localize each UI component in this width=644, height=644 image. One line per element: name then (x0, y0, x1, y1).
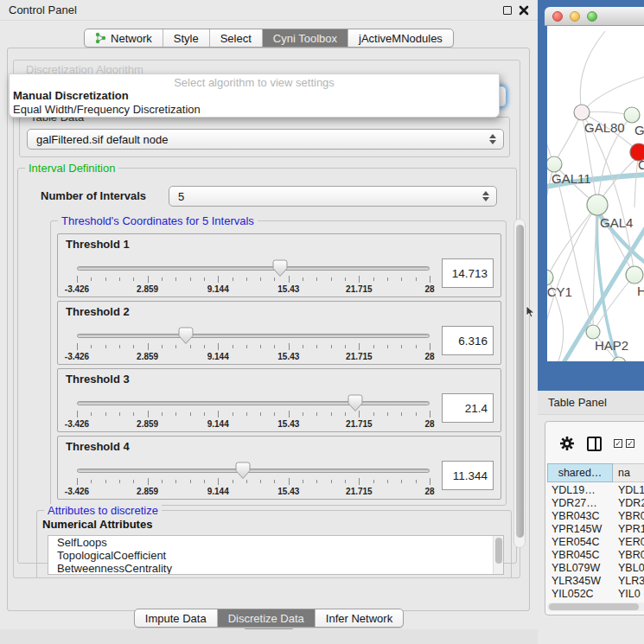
table-row[interactable]: YBR043CYBR0 (547, 510, 644, 523)
cell-name[interactable]: YBR0 (613, 510, 644, 523)
number-of-intervals-label: Number of Intervals (41, 189, 146, 202)
tab-label: Style (174, 32, 199, 45)
threshold-value-field[interactable]: 11.344 (442, 461, 494, 490)
cell-shared-name[interactable]: YBR043C (547, 510, 613, 523)
cell-name[interactable]: YBR0 (613, 549, 644, 562)
tab-label: Network (111, 32, 152, 45)
slider-track[interactable] (77, 334, 430, 338)
cell-shared-name[interactable]: YER054C (547, 536, 613, 549)
numerical-attributes-label: Numerical Attributes (42, 518, 152, 531)
table-rows: YDL19…YDL1YDR27…YDR2YBR043CYBR0YPR145WYP… (547, 484, 644, 601)
tab-discretize-data[interactable]: Discretize Data (217, 609, 315, 627)
table-row[interactable]: YLR345WYLR3 (547, 575, 644, 588)
slider-ticks (77, 411, 430, 418)
cell-name[interactable]: YBL0 (613, 562, 644, 575)
table-row[interactable]: YBL079WYBL0 (547, 562, 644, 575)
node-gal11 (547, 156, 562, 172)
cell-shared-name[interactable]: YLR345W (547, 575, 613, 588)
slider-thumb[interactable] (348, 394, 363, 412)
attribute-list-item[interactable]: SelfLoops (48, 536, 503, 549)
cell-name[interactable]: YIL0 (613, 588, 644, 601)
attribute-list-item[interactable]: TopologicalCoefficient (48, 549, 503, 562)
attributes-group: Attributes to discretize Numerical Attri… (36, 510, 512, 578)
cell-shared-name[interactable]: YBL079W (547, 562, 613, 575)
slider-scale-labels: -3.4262.8599.14415.4321.71528 (77, 487, 430, 497)
table-data-combobox[interactable]: galFiltered.sif default node (27, 129, 504, 150)
table-panel-title: Table Panel (548, 396, 607, 409)
minimize-traffic-light[interactable] (570, 11, 580, 22)
threshold-slider[interactable]: -3.4262.8599.14415.4321.71528 (77, 326, 430, 366)
dropdown-option-equal-width-frequency[interactable]: Equal Width/Frequency Discretization (13, 103, 201, 116)
table-row[interactable]: YBR045CYBR0 (547, 549, 644, 562)
thresholds-group: Threshold's Coordinates for 5 Intervals … (50, 220, 507, 506)
cell-name[interactable]: YLR3 (613, 575, 644, 588)
cell-name[interactable]: YER0 (613, 536, 644, 549)
number-of-intervals-value: 5 (178, 190, 184, 203)
slider-track[interactable] (77, 469, 430, 473)
slider-ticks (77, 478, 430, 486)
tab-cyni-toolbox[interactable]: Cyni Toolbox (262, 29, 348, 47)
cell-shared-name[interactable]: YPR145W (547, 523, 613, 536)
dropdown-option-manual-discretization[interactable]: Manual Discretization (13, 89, 129, 102)
tab-style[interactable]: Style (163, 29, 209, 47)
top-tab-bar: NetworkStyleSelectCyni ToolboxjActiveMNo… (0, 29, 538, 48)
table-row[interactable]: YIL052CYIL0 (547, 588, 644, 601)
interval-definition-title: Interval Definition (25, 162, 118, 175)
combo-spinner-icon (489, 134, 496, 144)
tab-label: jActiveMNodules (359, 32, 443, 45)
node-h (626, 266, 643, 284)
tab-select[interactable]: Select (209, 29, 262, 47)
cell-name[interactable]: YDR2 (613, 497, 644, 510)
network-canvas[interactable]: GAL80 GA GAL11 C GAL4 GCY1 H HAP2 (547, 26, 644, 361)
zoom-traffic-light[interactable] (587, 11, 597, 22)
threshold-label: Threshold 2 (66, 305, 130, 318)
table-row[interactable]: YDR27…YDR2 (547, 497, 644, 510)
slider-thumb[interactable] (178, 327, 194, 345)
label-gal80: GAL80 (584, 120, 625, 135)
cell-name[interactable]: YDL1 (613, 484, 644, 497)
number-of-intervals-combobox[interactable]: 5 (169, 186, 497, 207)
columns-icon[interactable] (587, 437, 602, 451)
cell-shared-name[interactable]: YDR27… (547, 497, 613, 510)
close-icon[interactable] (519, 5, 529, 16)
label-gcy1: GCY1 (547, 284, 572, 299)
tab-impute-data[interactable]: Impute Data (135, 609, 217, 627)
float-window-icon[interactable] (503, 6, 512, 15)
slider-ticks (77, 276, 430, 284)
gear-icon[interactable] (559, 436, 575, 451)
table-horizontal-scrollbar[interactable] (547, 603, 644, 611)
threshold-slider[interactable]: -3.4262.8599.14415.4321.71528 (77, 258, 430, 298)
threshold-value-field[interactable]: 21.4 (442, 393, 494, 423)
cell-name[interactable]: YPR1 (613, 523, 644, 536)
threshold-value-field[interactable]: 14.713 (442, 258, 494, 288)
algorithm-placeholder: Select algorithm to view settings (10, 76, 499, 89)
table-header-row: shared… na (547, 463, 644, 482)
column-header-name[interactable]: na (613, 463, 644, 482)
threshold-slider[interactable]: -3.4262.8599.14415.4321.71528 (77, 461, 430, 501)
tab-infer-network[interactable]: Infer Network (315, 609, 403, 627)
slider-track[interactable] (77, 266, 430, 271)
table-row[interactable]: YER054CYER0 (547, 536, 644, 549)
slider-thumb[interactable] (272, 259, 288, 277)
slider-track[interactable] (77, 401, 430, 405)
cell-shared-name[interactable]: YBR045C (547, 549, 613, 562)
cell-shared-name[interactable]: YIL052C (547, 588, 613, 601)
threshold-value-field[interactable]: 6.316 (442, 326, 494, 355)
node-gcy1 (547, 270, 553, 285)
attributes-scrollbar[interactable] (493, 536, 503, 574)
attribute-list-item[interactable]: BetweennessCentrality (48, 562, 503, 575)
tab-jactivemnodules[interactable]: jActiveMNodules (348, 29, 453, 47)
settings-vertical-scrollbar[interactable] (513, 219, 526, 548)
table-row[interactable]: YDL19…YDL1 (547, 484, 644, 497)
threshold-slider[interactable]: -3.4262.8599.14415.4321.71528 (77, 393, 430, 433)
close-traffic-light[interactable] (552, 11, 563, 22)
cyni-toolbox-pane: Discretization Algorithm Table Data galF… (7, 48, 530, 611)
tab-network[interactable]: Network (85, 29, 163, 47)
cell-shared-name[interactable]: YDL19… (547, 484, 613, 497)
column-header-shared-name[interactable]: shared… (547, 463, 613, 482)
slider-scale-labels: -3.4262.8599.14415.4321.71528 (77, 284, 430, 295)
slider-thumb[interactable] (235, 462, 251, 480)
table-row[interactable]: YPR145WYPR1 (547, 523, 644, 536)
checked-boxes-icon[interactable]: ✓✓ (614, 439, 634, 448)
numerical-attributes-list[interactable]: SelfLoopsTopologicalCoefficientBetweenne… (48, 535, 504, 575)
